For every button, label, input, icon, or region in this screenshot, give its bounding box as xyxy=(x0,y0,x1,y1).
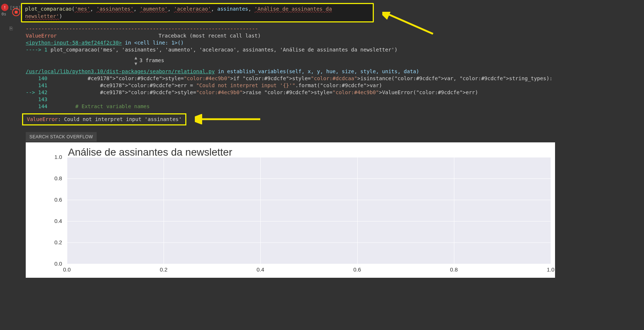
chart-xtick: 0.0 xyxy=(63,266,71,273)
traceback-ipython-link[interactable]: <ipython-input-58-a9ef244f2c30> xyxy=(26,40,122,46)
collapse-output-icon[interactable]: ⎘ xyxy=(10,25,12,281)
traceback-arrow: ----> 1 xyxy=(26,47,50,53)
final-error-type: ValueError xyxy=(27,116,58,122)
annotation-arrow-icon xyxy=(195,114,261,124)
chevron-up-down-icon: ▲▼ xyxy=(135,55,137,67)
traceback-header: Traceback (most recent call last) xyxy=(158,33,261,39)
exec-time-label: 0s xyxy=(1,12,6,17)
stop-icon[interactable] xyxy=(12,8,20,16)
traceback-divider: ----------------------------------------… xyxy=(26,25,555,32)
traceback-call-line: plot_comparacao('mes', 'assinantes', 'au… xyxy=(50,47,397,53)
chart-ytick: 0.6 xyxy=(54,196,62,203)
frames-count-label: 3 frames xyxy=(139,57,164,64)
chart-panel: Análise de assinantes da newsletter 0.00… xyxy=(26,142,555,278)
error-icon: ! xyxy=(1,4,8,11)
chart-ytick: 0.2 xyxy=(54,239,62,246)
chart-xtick: 0.6 xyxy=(353,266,361,273)
chart-xtick: 0.4 xyxy=(257,266,264,273)
code-cell-row: [58] plot_comparacao('mes', 'assinantes'… xyxy=(0,0,559,22)
final-error-highlight: ValueError: Could not interpret input 'a… xyxy=(22,113,186,125)
traceback-file-link[interactable]: /usr/local/lib/python3.10/dist-packages/… xyxy=(26,68,215,74)
chart-ytick: 0.8 xyxy=(54,175,62,182)
chart-xtick: 1.0 xyxy=(547,266,555,273)
output-gutter: ⎘ xyxy=(0,22,22,281)
traceback-cell-loc: in <cell line: 1>() xyxy=(122,40,184,46)
chart-xtick: 0.2 xyxy=(160,266,168,273)
chart-ytick: 0.0 xyxy=(54,260,62,267)
traceback-func-sig: in establish_variables(self, x, y, hue, … xyxy=(215,68,419,74)
chart-plot-area xyxy=(67,157,551,264)
frames-expander[interactable]: ▲▼ 3 frames xyxy=(135,53,555,68)
chart-ytick: 0.4 xyxy=(54,217,62,225)
search-stack-overflow-button[interactable]: SEARCH STACK OVERFLOW xyxy=(26,132,97,142)
output-area: ----------------------------------------… xyxy=(22,22,559,281)
traceback-source-lines: 140 #ce9178">"color:#9cdcfe">style="colo… xyxy=(26,75,555,110)
traceback-error-type: ValueError xyxy=(26,33,57,39)
chart-ytick: 1.0 xyxy=(54,153,62,161)
final-error-message: : Could not interpret input 'assinantes' xyxy=(58,116,182,122)
code-editor[interactable]: plot_comparacao('mes', 'assinantes', 'au… xyxy=(21,3,374,22)
chart-xtick: 0.8 xyxy=(450,266,458,273)
